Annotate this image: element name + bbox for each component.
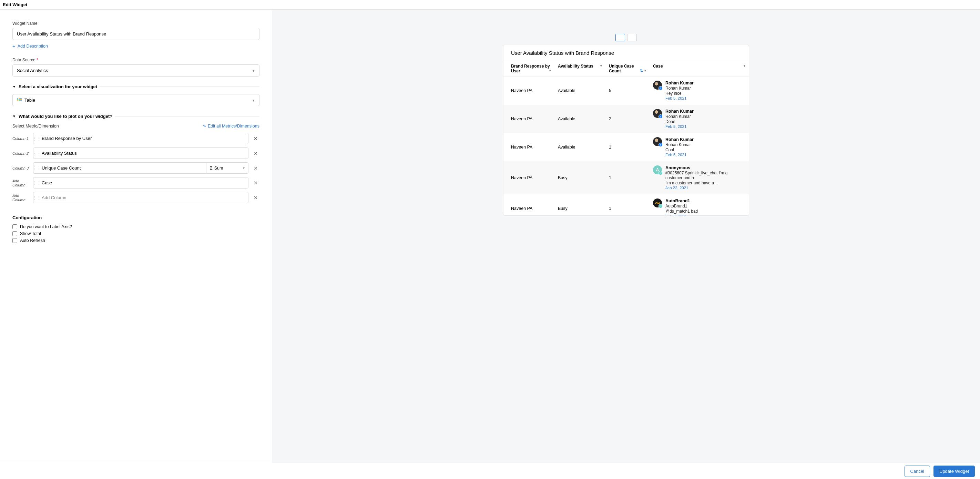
column-input[interactable]: ⋮⋮	[33, 148, 248, 159]
view-mode-colored[interactable]	[616, 34, 625, 41]
edit-all-metrics-link[interactable]: ✎ Edit all Metrics/Dimensions	[203, 124, 259, 129]
drag-handle-icon[interactable]: ⋮⋮	[33, 192, 40, 203]
cell-case: fRohan KumarRohan KumarDoneFeb 5, 2021	[649, 105, 749, 133]
column-value-input[interactable]	[40, 148, 248, 159]
cell-user: Naveen PA	[503, 133, 554, 161]
column-input[interactable]: ⋮⋮	[33, 192, 248, 203]
column-input[interactable]: ⋮⋮	[33, 177, 248, 188]
case-name: Rohan Kumar	[665, 137, 694, 142]
table-row[interactable]: Naveen PABusy1A✉Anonymous#3025607 Sprink…	[503, 161, 749, 194]
remove-column-button[interactable]: ✕	[252, 151, 259, 156]
column-value-input[interactable]	[40, 192, 248, 203]
column-index-label: Column 3	[13, 166, 33, 170]
cell-status: Available	[554, 105, 605, 133]
label-axis-checkbox-row[interactable]: Do you want to Label Axis?	[13, 224, 259, 229]
visualization-section-header[interactable]: ▼ Select a visualization for your widget	[13, 84, 259, 89]
column-config-row: Add Column⋮⋮✕	[13, 177, 259, 188]
case-message: I'm a customer and have a…	[665, 181, 745, 185]
edit-form-pane: Widget Name + Add Description Data Sourc…	[0, 10, 272, 463]
column-input[interactable]: ⋮⋮	[33, 133, 248, 144]
column-config-row: Column 3⋮⋮ΣSum▾✕	[13, 162, 259, 174]
chevron-down-icon: ▾	[744, 64, 745, 68]
plot-section-header[interactable]: ▼ What would you like to plot on your wi…	[13, 114, 259, 119]
pencil-icon: ✎	[203, 124, 207, 129]
data-source-value: Social Analytics	[17, 68, 48, 73]
case-name: Rohan Kumar	[665, 81, 694, 86]
header-availability[interactable]: Availability Status ▾	[554, 61, 605, 76]
label-axis-text: Do you want to Label Axis?	[20, 224, 72, 229]
case-date: Jan 22, 2021	[665, 186, 745, 190]
cell-case: OM✉AutoBrand1AutoBrand1@ds_match1 badFeb…	[649, 194, 749, 216]
case-name: AutoBrand1	[665, 199, 698, 203]
case-subtitle: Rohan Kumar	[665, 114, 694, 119]
column-input[interactable]: ⋮⋮ΣSum▾	[33, 162, 248, 174]
drag-handle-icon[interactable]: ⋮⋮	[33, 133, 40, 144]
data-source-label: Data Source	[13, 57, 259, 62]
aggregation-select[interactable]: ΣSum▾	[206, 163, 248, 173]
plus-icon: +	[13, 43, 16, 49]
drag-handle-icon[interactable]: ⋮⋮	[33, 177, 40, 188]
visualization-select[interactable]: Table ▾	[13, 94, 259, 106]
show-total-checkbox-row[interactable]: Show Total	[13, 231, 259, 236]
add-description-link[interactable]: + Add Description	[13, 43, 259, 49]
case-date: Feb 5, 2021	[665, 124, 694, 129]
table-row[interactable]: Naveen PAAvailable1fRohan KumarRohan Kum…	[503, 133, 749, 161]
configuration-heading: Configuration	[13, 215, 259, 220]
case-subtitle: Rohan Kumar	[665, 86, 694, 91]
cell-case: fRohan KumarRohan KumarCoolFeb 5, 2021	[649, 133, 749, 161]
cell-case: fRohan KumarRohan KumarHey niceFeb 5, 20…	[649, 76, 749, 105]
chevron-down-icon: ▾	[253, 98, 255, 102]
remove-column-button[interactable]: ✕	[252, 136, 259, 141]
auto-refresh-text: Auto Refresh	[20, 238, 45, 243]
plot-section-title: What would you like to plot on your widg…	[19, 114, 112, 119]
view-mode-split[interactable]	[627, 34, 637, 41]
cancel-button[interactable]: Cancel	[905, 466, 930, 477]
visualization-value: Table	[24, 97, 35, 103]
chevron-down-icon: ▾	[549, 68, 551, 72]
widget-name-label: Widget Name	[13, 21, 259, 26]
header-brand-response[interactable]: Brand Response by User ▾	[503, 61, 554, 76]
label-axis-checkbox[interactable]	[13, 224, 17, 229]
header-case[interactable]: Case ▾	[649, 61, 749, 76]
column-value-input[interactable]	[40, 133, 248, 144]
cell-user: Naveen PA	[503, 76, 554, 105]
remove-column-button[interactable]: ✕	[252, 166, 259, 171]
view-toggle	[616, 34, 637, 41]
case-subtitle: #3025607 Sprinklr_live_chat I'm a custom…	[665, 170, 745, 180]
facebook-badge-icon: f	[659, 86, 663, 90]
preview-table-scroll[interactable]: Brand Response by User ▾ Availability St…	[503, 60, 749, 215]
sigma-icon: Σ	[210, 166, 213, 170]
column-value-input[interactable]	[40, 163, 206, 173]
column-value-input[interactable]	[40, 177, 248, 188]
caret-down-icon: ▼	[13, 85, 16, 89]
remove-column-button[interactable]: ✕	[252, 195, 259, 201]
cell-count: 1	[605, 194, 649, 216]
column-config-row: Column 2⋮⋮✕	[13, 148, 259, 159]
remove-column-button[interactable]: ✕	[252, 180, 259, 186]
data-source-select[interactable]: Social Analytics ▾	[13, 64, 259, 76]
table-row[interactable]: Naveen PAAvailable5fRohan KumarRohan Kum…	[503, 76, 749, 105]
table-row[interactable]: Naveen PAAvailable2fRohan KumarRohan Kum…	[503, 105, 749, 133]
cell-count: 1	[605, 161, 649, 194]
update-widget-button[interactable]: Update Widget	[934, 466, 975, 477]
show-total-checkbox[interactable]	[13, 231, 17, 236]
chevron-down-icon: ▾	[644, 68, 646, 72]
case-date: Feb 5, 2021	[665, 96, 694, 100]
auto-refresh-checkbox-row[interactable]: Auto Refresh	[13, 238, 259, 243]
chat-badge-icon: ✉	[659, 171, 663, 175]
table-row[interactable]: Naveen PABusy1OM✉AutoBrand1AutoBrand1@ds…	[503, 194, 749, 216]
cell-count: 2	[605, 105, 649, 133]
case-message: @ds_match1 bad	[665, 209, 698, 214]
case-message: Done	[665, 119, 694, 124]
case-subtitle: Rohan Kumar	[665, 142, 694, 147]
chevron-down-icon: ▾	[253, 68, 255, 73]
widget-name-input[interactable]	[13, 28, 259, 40]
preview-table: Brand Response by User ▾ Availability St…	[503, 60, 749, 215]
auto-refresh-checkbox[interactable]	[13, 238, 17, 243]
drag-handle-icon[interactable]: ⋮⋮	[33, 148, 40, 159]
header-unique-count[interactable]: Unique Case Count ▾ ⇅	[605, 61, 649, 76]
cell-user: Naveen PA	[503, 194, 554, 216]
preview-pane: User Availability Status with Brand Resp…	[272, 10, 980, 463]
drag-handle-icon[interactable]: ⋮⋮	[33, 163, 40, 173]
case-name: Anonymous	[665, 166, 745, 170]
